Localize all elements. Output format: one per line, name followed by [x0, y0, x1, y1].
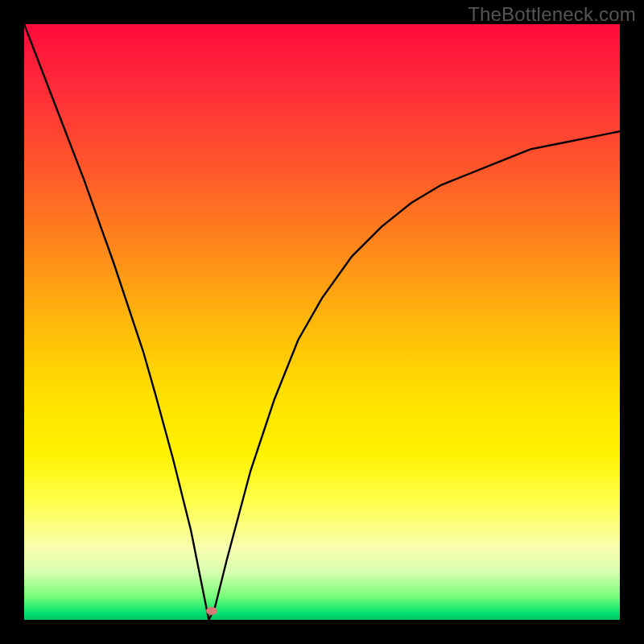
plot-area — [24, 24, 620, 620]
watermark-text: TheBottleneck.com — [468, 3, 636, 26]
chart-frame: TheBottleneck.com — [0, 0, 644, 644]
optimum-marker — [206, 607, 217, 615]
bottleneck-curve — [24, 24, 620, 620]
